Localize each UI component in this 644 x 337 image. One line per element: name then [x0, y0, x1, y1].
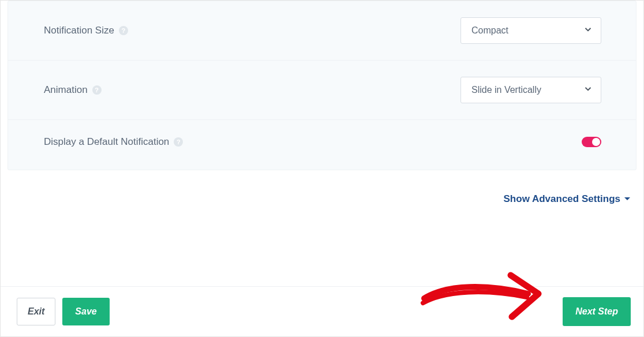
- setting-row-default-notification: Display a Default Notification ?: [8, 120, 636, 164]
- select-value: Slide in Vertically: [460, 77, 601, 103]
- setting-label: Notification Size ?: [44, 25, 128, 36]
- setting-row-notification-size: Notification Size ? Compact: [8, 1, 636, 61]
- exit-button[interactable]: Exit: [17, 298, 55, 325]
- notification-size-select[interactable]: Compact: [460, 17, 601, 44]
- caret-down-icon: [624, 193, 631, 205]
- next-step-button[interactable]: Next Step: [563, 297, 631, 326]
- settings-panel: Notification Size ? Compact Animation ? …: [8, 1, 636, 170]
- default-notification-label: Display a Default Notification: [44, 136, 169, 148]
- advanced-settings-row: Show Advanced Settings: [1, 170, 643, 211]
- select-value: Compact: [460, 17, 601, 44]
- help-icon[interactable]: ?: [174, 137, 183, 147]
- footer-bar: Exit Save Next Step: [1, 286, 643, 336]
- toggle-knob: [592, 138, 600, 146]
- setting-row-animation: Animation ? Slide in Vertically: [8, 61, 636, 120]
- show-advanced-settings-link[interactable]: Show Advanced Settings: [504, 193, 631, 205]
- animation-label: Animation: [44, 84, 88, 96]
- notification-size-label: Notification Size: [44, 25, 114, 36]
- footer-left-buttons: Exit Save: [17, 298, 110, 325]
- default-notification-toggle[interactable]: [582, 137, 601, 147]
- save-button[interactable]: Save: [62, 298, 109, 325]
- help-icon[interactable]: ?: [92, 85, 102, 95]
- setting-label: Display a Default Notification ?: [44, 136, 183, 148]
- animation-select[interactable]: Slide in Vertically: [460, 77, 601, 103]
- help-icon[interactable]: ?: [119, 26, 128, 35]
- setting-label: Animation ?: [44, 84, 102, 96]
- advanced-link-text: Show Advanced Settings: [504, 193, 620, 205]
